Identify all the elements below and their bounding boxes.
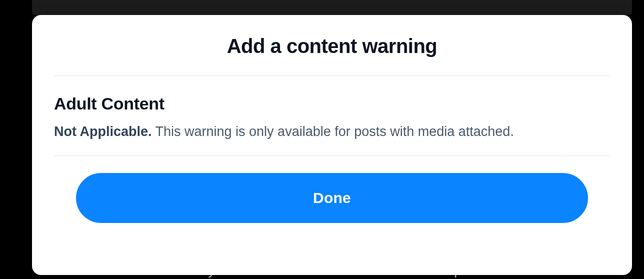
section-heading: Adult Content <box>54 94 610 114</box>
status-label: Not Applicable. <box>54 124 152 139</box>
section-description: Not Applicable. This warning is only ava… <box>54 122 610 140</box>
content-warning-modal: Add a content warning Adult Content Not … <box>32 15 632 275</box>
done-button[interactable]: Done <box>76 173 588 223</box>
divider-bottom <box>54 156 610 156</box>
parent-window-bar <box>32 0 632 15</box>
modal-title: Add a content warning <box>54 35 610 58</box>
description-text: This warning is only available for posts… <box>152 124 514 139</box>
adult-content-section: Adult Content Not Applicable. This warni… <box>54 76 610 156</box>
